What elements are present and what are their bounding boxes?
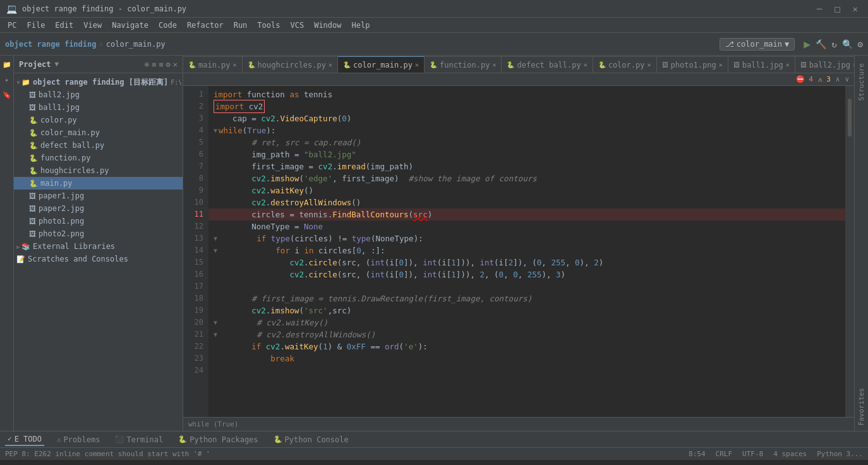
refresh-button[interactable]: ↻ [831, 39, 836, 49]
code-text: , [541, 257, 551, 269]
code-text: ) [599, 257, 604, 269]
tree-item-defectballpy[interactable]: 🐍 defect ball.py [14, 139, 183, 152]
fold-13[interactable]: ▼ [214, 232, 217, 245]
tree-item-colormainpy[interactable]: 🐍 color_main.py [14, 126, 183, 139]
project-tab-icon[interactable]: 📁 [1, 58, 13, 71]
menu-navigate[interactable]: Navigate [107, 20, 154, 31]
tab-ball1-close[interactable]: ✕ [786, 61, 790, 68]
tab-photo1-close[interactable]: ✕ [719, 61, 723, 68]
code-text: (i[ [385, 257, 399, 269]
menu-view[interactable]: View [78, 20, 107, 31]
settings-button[interactable]: ⚙ [858, 39, 863, 49]
project-badge: F:\ [171, 79, 182, 86]
close-button[interactable]: ✕ [853, 4, 858, 14]
locate-file-icon[interactable]: ⊕ [145, 60, 149, 69]
branch-selector[interactable]: ⎇ color_main ▼ [720, 38, 795, 51]
code-text: ): [418, 341, 428, 353]
menu-code[interactable]: Code [154, 20, 182, 31]
close-panel-icon[interactable]: ✕ [173, 60, 178, 69]
build-button[interactable]: 🔨 [816, 39, 826, 49]
titlebar-title: object range finding - color_main.py [22, 4, 186, 13]
tab-ball2jpg[interactable]: 🖼 ball2.jpg ✕ [795, 56, 854, 73]
editor-scrollbar[interactable] [845, 86, 854, 417]
app-icon: 💻 [6, 4, 17, 14]
tab-colormain-close[interactable]: ✕ [415, 61, 419, 68]
tree-item-houghcirclespy[interactable]: 🐍 houghcircles.py [14, 164, 183, 177]
scroll-thumb[interactable] [848, 99, 852, 136]
bookmark-icon[interactable]: 🔖 [1, 88, 13, 101]
python-packages-tab[interactable]: 🐍 Python Packages [176, 434, 260, 445]
tab-functionpy[interactable]: 🐍 function.py ✕ [425, 56, 502, 73]
project-dropdown-icon[interactable]: ▼ [55, 60, 59, 68]
tab-photo1png[interactable]: 🖼 photo1.png ✕ [657, 56, 728, 73]
menu-edit[interactable]: Edit [50, 20, 78, 31]
tab-function-icon: 🐍 [430, 61, 437, 68]
minimize-button[interactable]: ─ [817, 4, 822, 14]
run-button[interactable]: ▶ [804, 37, 811, 51]
todo-tab[interactable]: ✓ E TODO [5, 433, 44, 446]
python-version[interactable]: Python 3... [817, 450, 863, 458]
nav-up-icon[interactable]: ∧ [836, 75, 840, 83]
tab-colormainpy[interactable]: 🐍 color_main.py ✕ [338, 56, 425, 73]
menu-pc[interactable]: PC [3, 20, 21, 31]
tab-mainpy-close[interactable]: ✕ [233, 61, 237, 68]
terminal-tab[interactable]: ⬛ Terminal [112, 434, 166, 445]
tab-houghcirclespy[interactable]: 🐍 houghcircles.py ✕ [243, 56, 338, 73]
menu-window[interactable]: Window [309, 20, 346, 31]
ln-6: 6 [183, 148, 203, 160]
menu-tools[interactable]: Tools [252, 20, 285, 31]
tab-defectballpy[interactable]: 🐍 defect ball.py ✕ [502, 56, 593, 73]
tree-item-ball1jpg[interactable]: 🖼 ball1.jpg [14, 101, 183, 114]
menu-run[interactable]: Run [229, 20, 253, 31]
code-indent [214, 172, 251, 184]
menu-help[interactable]: Help [347, 20, 375, 31]
tree-item-colorpy[interactable]: 🐍 color.py [14, 114, 183, 126]
code-text: ]), ( [513, 257, 537, 269]
menu-refactor[interactable]: Refactor [182, 20, 229, 31]
search-button[interactable]: 🔍 [842, 39, 853, 49]
tab-color-close[interactable]: ✕ [647, 61, 651, 68]
tree-item-photo1png[interactable]: 🖼 photo1.png [14, 215, 183, 227]
fold-14[interactable]: ▼ [214, 245, 217, 257]
favorites-tab[interactable]: Favorites [856, 383, 867, 431]
code-content[interactable]: import function as tennis import cv2 cap… [208, 86, 845, 417]
tab-ball1jpg[interactable]: 🖼 ball1.jpg ✕ [728, 56, 795, 73]
ln-1: 1 [183, 88, 203, 100]
menu-file[interactable]: File [21, 20, 50, 31]
tree-item-ball2jpg[interactable]: 🖼 ball2.jpg [14, 88, 183, 101]
collapse-all-icon[interactable]: ≡ [152, 60, 156, 69]
maximize-button[interactable]: □ [835, 4, 840, 14]
code-line-13: ▼ if type(circles) != type(NoneType): [208, 232, 845, 245]
line-ending[interactable]: CRLF [716, 450, 733, 458]
tab-houghcircles-close[interactable]: ✕ [329, 61, 332, 68]
tab-function-close[interactable]: ✕ [492, 61, 496, 68]
code-text: == [366, 341, 385, 353]
indent-setting[interactable]: 4 spaces [773, 450, 807, 458]
tree-item-functionpy[interactable]: 🐍 function.py [14, 152, 183, 164]
breadcrumb-project[interactable]: object range finding [5, 40, 97, 49]
tree-root-folder[interactable]: ▼ 📁 object range finding [目标距离] F:\ [14, 76, 183, 88]
problems-tab[interactable]: ⚠ Problems [54, 434, 102, 445]
fold-4[interactable]: ▼ [214, 124, 217, 136]
tab-mainpy[interactable]: 🐍 main.py ✕ [183, 56, 243, 73]
structure-tab[interactable]: Structure [856, 58, 867, 106]
commit-icon[interactable]: ✦ [1, 73, 13, 86]
tree-item-paper2jpg[interactable]: 🖼 paper2.jpg [14, 202, 183, 215]
tree-item-external-libs[interactable]: ▶ 📚 External Libraries [14, 240, 183, 253]
nav-down-icon[interactable]: ∨ [845, 75, 849, 83]
tree-item-paper1jpg[interactable]: 🖼 paper1.jpg [14, 190, 183, 202]
python-console-tab[interactable]: 🐍 Python Console [271, 434, 351, 445]
code-text: ]), [404, 257, 423, 269]
encoding[interactable]: UTF-8 [742, 450, 763, 458]
view-options-icon[interactable]: ≡ [159, 60, 163, 69]
tab-defectball-close[interactable]: ✕ [584, 61, 588, 68]
tree-item-photo2png[interactable]: 🖼 photo2.png [14, 227, 183, 240]
breadcrumb-file[interactable]: color_main.py [106, 40, 166, 49]
tab-colorpy[interactable]: 🐍 color.py ✕ [593, 56, 657, 73]
menu-vcs[interactable]: VCS [285, 20, 309, 31]
tree-item-mainpy[interactable]: 🐍 main.py [14, 177, 183, 190]
kw-as: as [289, 88, 299, 100]
tree-item-scratches[interactable]: 📝 Scratches and Consoles [14, 253, 183, 265]
settings-icon[interactable]: ⚙ [166, 60, 171, 69]
bottom-panel: ✓ E TODO ⚠ Problems ⬛ Terminal 🐍 Python … [0, 431, 868, 447]
